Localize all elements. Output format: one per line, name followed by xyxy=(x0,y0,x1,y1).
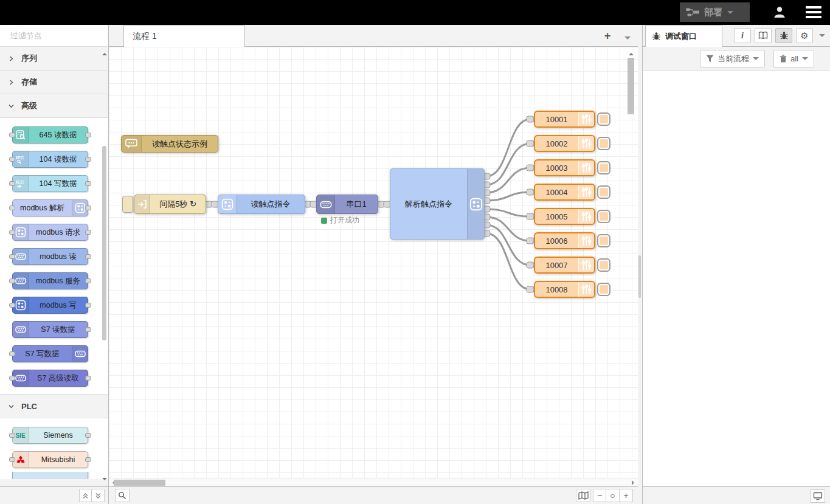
wire[interactable] xyxy=(486,192,530,201)
help-tab-button[interactable] xyxy=(755,28,772,43)
input-port[interactable] xyxy=(527,165,534,171)
output-port[interactable] xyxy=(85,376,91,381)
debug-node-10002[interactable]: 10002 xyxy=(534,135,595,152)
palette-scroll-down-icon[interactable] xyxy=(102,478,107,483)
palette-node-104-read[interactable]: IEC 104 读数据 xyxy=(12,151,88,168)
input-port[interactable] xyxy=(527,262,534,268)
input-port[interactable] xyxy=(9,433,15,438)
input-port[interactable] xyxy=(9,457,15,462)
navigator-button[interactable] xyxy=(576,489,590,502)
palette-node-104-write[interactable]: IEC 104 写数据 xyxy=(12,175,88,192)
debug-toggle-button[interactable] xyxy=(597,112,610,126)
input-port[interactable] xyxy=(527,116,534,122)
category-advanced[interactable]: 高级 xyxy=(0,94,108,118)
palette-scroll-up-icon[interactable] xyxy=(102,50,107,55)
palette-node-modbus-request[interactable]: modbus 请求 xyxy=(12,224,88,241)
input-port[interactable] xyxy=(9,376,15,381)
debug-node-10001[interactable]: 10001 xyxy=(534,111,595,128)
parse-contact-command-node[interactable]: 解析触点指令 xyxy=(390,168,485,240)
input-port[interactable] xyxy=(9,254,15,259)
debug-toggle-button[interactable] xyxy=(597,137,610,150)
output-port[interactable] xyxy=(85,303,91,308)
flow-list-caret[interactable] xyxy=(624,36,631,43)
canvas-hscrollbar[interactable] xyxy=(109,478,638,486)
palette-node-siemens[interactable]: SIE Siemens xyxy=(12,427,88,444)
add-flow-button[interactable]: + xyxy=(600,29,615,43)
deploy-button[interactable]: 部署 xyxy=(680,2,750,22)
debug-tab-button[interactable] xyxy=(775,28,792,43)
output-port[interactable] xyxy=(85,433,91,438)
debug-toggle-button[interactable] xyxy=(597,258,610,272)
input-port[interactable] xyxy=(9,133,15,137)
palette-scrollbar-thumb[interactable] xyxy=(102,146,106,340)
output-port[interactable] xyxy=(85,230,91,235)
inject-button[interactable] xyxy=(122,196,133,213)
debug-toggle-button[interactable] xyxy=(597,210,610,223)
palette-node-645-read[interactable]: 645 读数据 xyxy=(12,126,88,143)
palette-node-s7-advanced-read[interactable]: S7 高级读取 xyxy=(12,370,88,387)
filter-current-flow-button[interactable]: 当前流程 xyxy=(700,50,765,67)
input-port[interactable] xyxy=(527,213,534,219)
menu-button[interactable] xyxy=(803,4,824,21)
palette-node-s7-write[interactable]: S7 写数据 xyxy=(12,345,88,362)
flow-canvas[interactable]: 读触点状态示例 间隔5秒 ↻ 读触点指令 串口1 打开成功 解析触点指令 xyxy=(109,47,638,478)
palette-node-modbus-parse[interactable]: modbus 解析 xyxy=(12,199,88,216)
debug-toggle-button[interactable] xyxy=(597,161,610,174)
output-port[interactable] xyxy=(85,205,91,210)
comment-node[interactable]: 读触点状态示例 xyxy=(121,135,218,153)
separator-grip[interactable] xyxy=(638,255,641,298)
canvas-vscrollbar-thumb[interactable] xyxy=(628,58,634,114)
info-tab-button[interactable]: i xyxy=(734,28,751,43)
debug-node-10003[interactable]: 10003 xyxy=(534,159,595,176)
debug-toggle-button[interactable] xyxy=(597,283,610,296)
palette-node-modbus-read[interactable]: modbus 读 xyxy=(12,248,88,265)
scroll-right-icon[interactable] xyxy=(632,480,637,485)
clear-all-button[interactable]: all xyxy=(773,50,814,67)
debug-toggle-button[interactable] xyxy=(597,185,610,199)
output-port[interactable] xyxy=(85,157,91,162)
input-port[interactable] xyxy=(9,230,15,235)
zoom-out-button[interactable]: − xyxy=(593,489,606,502)
output-port[interactable] xyxy=(85,133,91,137)
inject-node[interactable]: 间隔5秒 ↻ xyxy=(134,195,206,214)
palette-node-s7-read[interactable]: S7 读数据 xyxy=(12,321,88,338)
category-sequence[interactable]: 序列 xyxy=(0,47,108,71)
palette-search-input[interactable] xyxy=(10,31,117,40)
output-port[interactable] xyxy=(85,457,91,462)
user-button[interactable] xyxy=(769,4,790,21)
debug-node-10005[interactable]: 10005 xyxy=(534,208,595,225)
sidebar-separator[interactable] xyxy=(638,25,642,504)
tab-flow-1[interactable]: 流程 1 xyxy=(123,25,245,47)
wire[interactable] xyxy=(486,217,530,241)
input-port[interactable] xyxy=(9,351,15,356)
input-port[interactable] xyxy=(9,303,15,308)
debug-node-10007[interactable]: 10007 xyxy=(534,257,595,274)
output-port[interactable] xyxy=(85,278,91,283)
collapse-all-button[interactable] xyxy=(79,489,92,502)
input-port[interactable] xyxy=(9,205,15,210)
canvas-scroll-up-icon[interactable] xyxy=(629,50,634,55)
config-tab-button[interactable]: ⚙ xyxy=(796,28,813,43)
debug-node-10006[interactable]: 10006 xyxy=(534,232,595,249)
input-port[interactable] xyxy=(9,181,15,186)
debug-node-10008[interactable]: 10008 xyxy=(534,281,595,298)
palette-node-mitsubishi[interactable]: Mitsubishi xyxy=(12,451,88,468)
debug-node-10004[interactable]: 10004 xyxy=(534,184,595,201)
wire[interactable] xyxy=(486,168,530,193)
zoom-in-button[interactable]: + xyxy=(620,489,633,502)
palette-node-modbus-write[interactable]: modbus 写 xyxy=(12,297,88,314)
canvas-search-button[interactable] xyxy=(115,489,130,502)
read-contact-command-node[interactable]: 读触点指令 xyxy=(218,195,305,214)
category-storage[interactable]: 存储 xyxy=(0,71,108,94)
wire[interactable] xyxy=(486,209,530,216)
tab-debug-window[interactable]: 调试窗口 xyxy=(645,25,722,47)
input-port[interactable] xyxy=(527,189,534,195)
output-port[interactable] xyxy=(85,254,91,259)
open-window-button[interactable] xyxy=(811,489,825,503)
input-port[interactable] xyxy=(9,157,15,162)
category-plc[interactable]: PLC xyxy=(0,395,108,418)
sidebar-tabs-caret[interactable] xyxy=(819,34,825,40)
debug-toggle-button[interactable] xyxy=(597,234,610,247)
canvas-hscrollbar-thumb[interactable] xyxy=(114,480,165,486)
deploy-options-caret[interactable] xyxy=(727,11,733,17)
